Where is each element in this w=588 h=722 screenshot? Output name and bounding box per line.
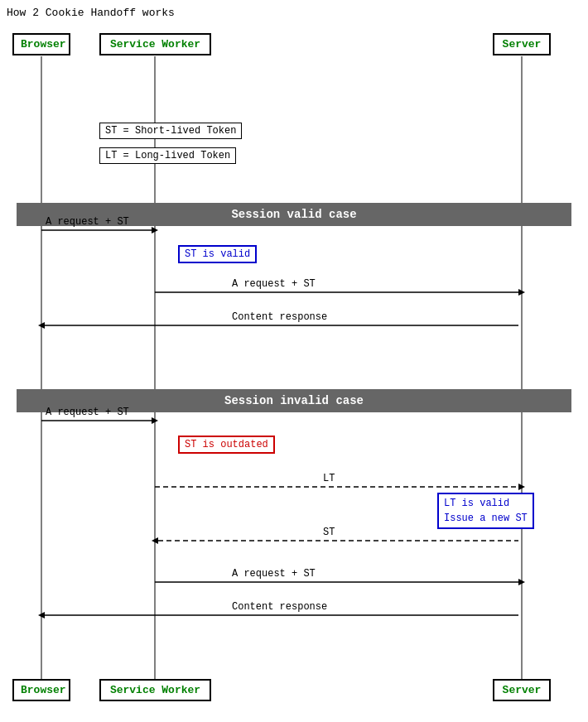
lt-arrow-label: LT <box>323 473 335 484</box>
st-valid-note: ST is valid <box>178 245 257 263</box>
svg-marker-16 <box>518 579 525 585</box>
browser-actor-top: Browser <box>12 33 70 55</box>
st-outdated-note: ST is outdated <box>178 436 275 454</box>
content-response-invalid: Content response <box>232 601 327 613</box>
server-actor-bottom: Server <box>493 679 551 701</box>
lt-definition: LT = Long-lived Token <box>99 147 236 164</box>
svg-marker-10 <box>152 417 158 424</box>
st-arrow-label: ST <box>323 527 335 538</box>
svg-marker-18 <box>38 612 45 619</box>
st-definition: ST = Short-lived Token <box>99 123 242 139</box>
sw-actor-bottom: Service Worker <box>99 679 211 701</box>
svg-marker-14 <box>152 537 158 544</box>
sw-actor-top: Service Worker <box>99 33 211 55</box>
content-response-valid: Content response <box>232 311 327 323</box>
svg-marker-8 <box>38 322 45 329</box>
svg-marker-6 <box>518 289 525 296</box>
browser-actor-bottom: Browser <box>12 679 70 701</box>
diagram: How 2 Cookie Handoff works <box>0 0 588 722</box>
arrows-svg <box>0 0 588 722</box>
svg-marker-12 <box>518 484 525 490</box>
request-st-invalid-sw: A request + ST <box>232 568 316 580</box>
diagram-title: How 2 Cookie Handoff works <box>7 7 175 19</box>
svg-marker-4 <box>152 227 158 233</box>
server-actor-top: Server <box>493 33 551 55</box>
lt-valid-note: LT is validIssue a new ST <box>437 493 534 529</box>
request-st-invalid-browser: A request + ST <box>46 407 129 418</box>
request-st-valid-browser: A request + ST <box>46 216 129 228</box>
request-st-valid-sw: A request + ST <box>232 278 316 290</box>
